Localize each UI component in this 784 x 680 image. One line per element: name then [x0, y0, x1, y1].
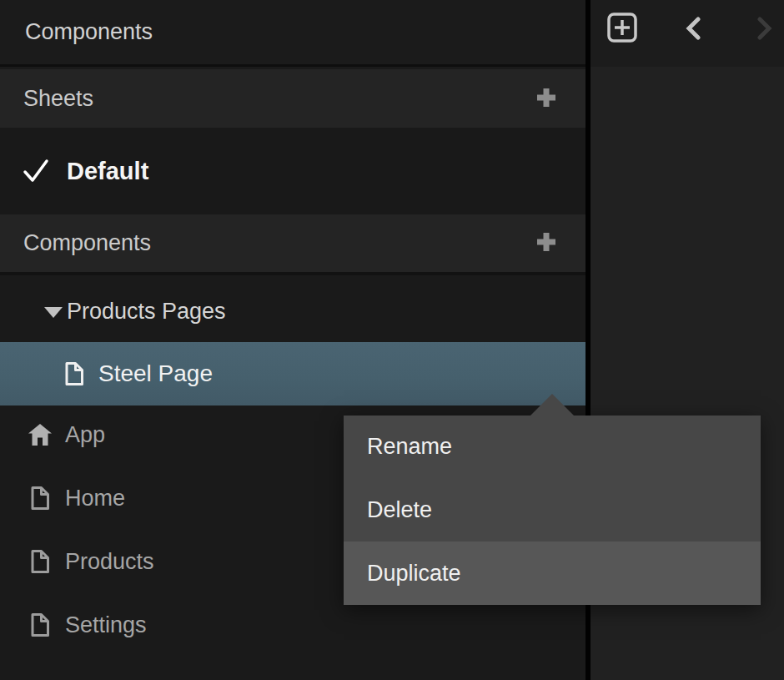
menu-item-delete[interactable]: Delete	[344, 479, 761, 542]
menu-arrow-icon	[530, 394, 574, 416]
panel-title-label: Components	[25, 19, 153, 45]
plus-square-icon	[606, 12, 638, 46]
tree-item-label: Steel Page	[98, 360, 213, 387]
sheet-item-label: Default	[67, 158, 148, 185]
tree-group-products-pages[interactable]: Products Pages	[0, 281, 585, 342]
plus-icon	[535, 87, 557, 111]
add-sheet-button[interactable]	[535, 88, 557, 109]
sheets-section-label: Sheets	[23, 86, 93, 112]
tree-item-steel-page[interactable]: Steel Page	[0, 342, 585, 405]
sheet-list: Default	[0, 128, 585, 214]
back-button[interactable]	[682, 18, 706, 41]
section-header-components: Components	[0, 214, 585, 275]
check-icon	[23, 157, 49, 185]
tree-item-label: App	[65, 422, 105, 448]
canvas-toolbar	[591, 0, 784, 67]
section-header-sheets: Sheets	[0, 69, 585, 128]
components-section-label: Components	[23, 230, 151, 256]
chevron-down-icon[interactable]	[43, 305, 63, 319]
chevron-left-icon	[683, 17, 705, 43]
page-icon	[30, 612, 50, 637]
chevron-right-icon	[753, 17, 775, 43]
tree-item-label: Home	[65, 486, 125, 511]
menu-item-rename[interactable]: Rename	[344, 416, 761, 479]
page-icon	[30, 549, 50, 574]
add-frame-button[interactable]	[606, 13, 638, 44]
sheet-item-default[interactable]: Default	[0, 133, 585, 209]
home-icon	[27, 421, 53, 448]
add-component-button[interactable]	[535, 233, 557, 254]
panel-title: Components	[0, 0, 585, 67]
page-icon	[30, 486, 50, 511]
menu-item-duplicate[interactable]: Duplicate	[344, 541, 761, 605]
plus-icon	[535, 231, 557, 255]
page-icon	[64, 361, 84, 386]
forward-button[interactable]	[752, 18, 776, 41]
context-menu: Rename Delete Duplicate	[344, 416, 761, 605]
tree-item-label: Products	[65, 549, 154, 575]
tree-item-label: Settings	[65, 612, 147, 638]
tree-group-label: Products Pages	[67, 299, 226, 325]
